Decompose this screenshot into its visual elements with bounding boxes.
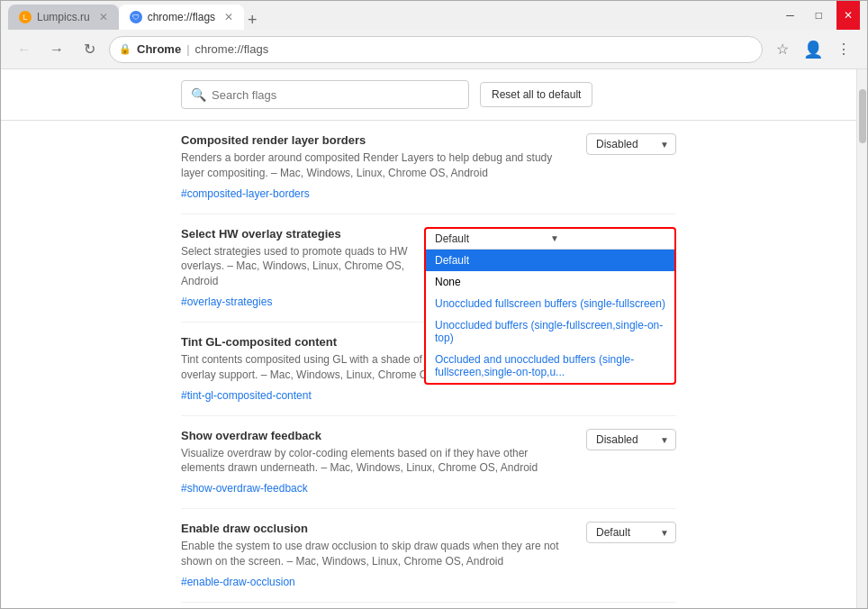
flags-page: 🔍 Reset all to default Composited render… [1,69,856,608]
tabs-area: L Lumpics.ru ✕ 🛡 chrome://flags ✕ + [1,1,772,30]
dropdown-option-default[interactable]: Default [426,250,674,271]
dropdown-option-unoccluded-fullscreen[interactable]: Unoccluded fullscreen buffers (single-fu… [426,293,674,314]
search-box[interactable]: 🔍 [181,80,469,109]
flag-title-draw-occlusion: Enable draw occlusion [181,522,563,535]
flag-item-hw-overlay: Select HW overlay strategies Select stra… [181,214,676,323]
flag-select-composited-render[interactable]: Disabled Default Enabled [586,133,676,155]
flag-title-overdraw: Show overdraw feedback [181,429,563,442]
flag-control-composited-render: Disabled Default Enabled ▼ [577,133,676,155]
browser-window: L Lumpics.ru ✕ 🛡 chrome://flags ✕ + ─ □ … [0,0,868,609]
tab-flags-close[interactable]: ✕ [224,11,233,23]
dropdown-option-none[interactable]: None [426,271,674,293]
address-text: chrome://flags [195,42,269,56]
maximize-button[interactable]: □ [809,1,829,30]
flag-item-overdraw: Show overdraw feedback Visualize overdra… [181,416,676,510]
security-icon: 🔒 [119,43,131,55]
lumpics-favicon: L [19,11,32,23]
flag-info-draw-occlusion: Enable draw occlusion Enable the system … [181,522,563,589]
profile-button[interactable]: 👤 [800,37,826,62]
dropdown-option-unoccluded-buffers[interactable]: Unoccluded buffers (single-fullscreen,si… [426,314,674,349]
flag-desc-draw-occlusion: Enable the system to use draw occlusion … [181,539,563,569]
flag-info-overdraw: Show overdraw feedback Visualize overdra… [181,429,563,496]
flag-control-draw-occlusion: Default Disabled Enabled ▼ [577,522,676,543]
dropdown-options-hw-overlay: Default None Unoccluded fullscreen buffe… [426,250,674,383]
flag-control-overdraw: Disabled Default Enabled ▼ [577,429,676,450]
bookmark-button[interactable]: ☆ [770,37,795,62]
flag-desc-overdraw: Visualize overdraw by color-coding eleme… [181,446,563,477]
flag-link-draw-occlusion[interactable]: #enable-draw-occlusion [181,576,295,588]
flag-select-draw-occlusion[interactable]: Default Disabled Enabled [586,522,676,543]
flag-link-hw-overlay[interactable]: #overlay-strategies [181,295,272,308]
refresh-button[interactable]: ↻ [77,37,102,62]
flag-link-overdraw[interactable]: #show-overdraw-feedback [181,482,308,495]
scrollbar[interactable] [856,69,867,608]
tab-flags[interactable]: 🛡 chrome://flags ✕ [119,5,244,30]
dropdown-trigger-hw-overlay[interactable]: Default ▼ [426,229,674,250]
flag-link-tint-gl[interactable]: #tint-gl-composited-content [181,389,312,402]
search-icon: 🔍 [191,87,206,102]
back-button[interactable]: ← [12,37,37,62]
flag-title-composited-render: Composited render layer borders [181,133,563,147]
flag-desc-hw-overlay: Select strategies used to promote quads … [181,244,410,289]
scroll-thumb[interactable] [859,89,866,143]
chrome-favicon: 🛡 [130,11,142,23]
dropdown-current-value: Default [435,232,550,245]
minimize-button[interactable]: ─ [779,1,801,30]
new-tab-button[interactable]: + [248,11,258,30]
forward-button[interactable]: → [44,37,69,62]
reset-all-button[interactable]: Reset all to default [480,82,592,107]
flag-title-hw-overlay: Select HW overlay strategies [181,227,410,241]
flags-list: Composited render layer borders Renders … [1,121,856,608]
tab-lumpics-label: Lumpics.ru [37,11,90,23]
tab-flags-label: chrome://flags [148,11,215,23]
flag-item-composited-render: Composited render layer borders Renders … [181,121,676,214]
flag-item-draw-occlusion: Enable draw occlusion Enable the system … [181,509,676,603]
select-wrapper-draw-occlusion[interactable]: Default Disabled Enabled ▼ [586,522,676,543]
search-input[interactable] [212,88,459,102]
flag-select-overdraw[interactable]: Disabled Default Enabled [586,429,676,450]
flag-desc-composited-render: Renders a border around composited Rende… [181,150,563,181]
flag-info-hw-overlay: Select HW overlay strategies Select stra… [181,227,410,309]
tab-lumpics-close[interactable]: ✕ [99,11,108,23]
flag-link-composited-render[interactable]: #composited-layer-borders [181,187,310,200]
flag-info-composited-render: Composited render layer borders Renders … [181,133,563,201]
tab-lumpics[interactable]: L Lumpics.ru ✕ [8,5,119,30]
toolbar-right: ☆ 👤 ⋮ [770,37,856,62]
titlebar: L Lumpics.ru ✕ 🛡 chrome://flags ✕ + ─ □ … [1,1,867,30]
chrome-menu-button[interactable]: ⋮ [831,37,856,62]
navigation-toolbar: ← → ↻ 🔒 Chrome | chrome://flags ☆ 👤 ⋮ [1,30,867,69]
select-wrapper-overdraw[interactable]: Disabled Default Enabled ▼ [586,429,676,450]
close-button[interactable]: ✕ [836,1,860,30]
select-wrapper-composited-render[interactable]: Disabled Default Enabled ▼ [586,133,676,155]
flags-header: 🔍 Reset all to default [1,69,856,121]
address-bar[interactable]: 🔒 Chrome | chrome://flags [109,36,763,63]
main-content: 🔍 Reset all to default Composited render… [1,69,867,608]
window-controls: ─ □ ✕ [772,1,867,30]
hw-overlay-dropdown[interactable]: Default ▼ Default None Unoccluded fullsc… [424,227,676,385]
chrome-label: Chrome [137,42,181,56]
flag-item-partial-swap: Partial swap Sets partial swap behavior.… [181,603,676,608]
dropdown-arrow-icon: ▼ [550,233,665,243]
dropdown-option-occluded-unoccluded[interactable]: Occluded and unoccluded buffers (single-… [426,349,674,383]
